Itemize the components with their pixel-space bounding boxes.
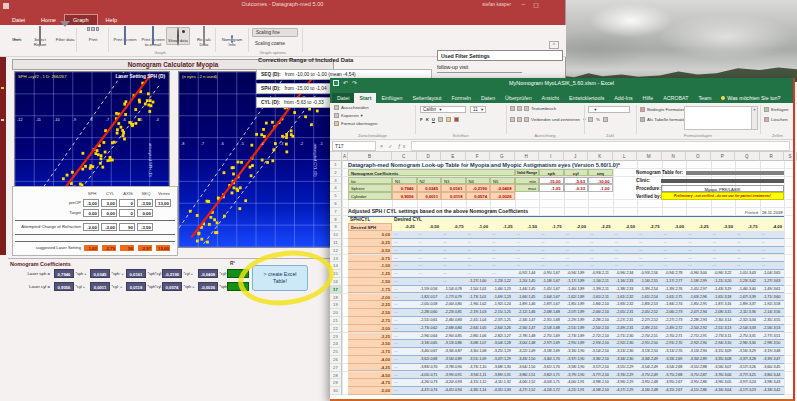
cylinder-coeff[interactable]: 0,9056 [392, 192, 417, 200]
lookup-cell[interactable]: --- [417, 247, 442, 255]
excel-tab-start[interactable]: Start [354, 93, 376, 103]
lookup-cell[interactable]: -2,60/-1,26 [490, 325, 515, 333]
lookup-row-sph[interactable]: -1,25 [348, 270, 392, 278]
lookup-cell[interactable]: -1,73/-1,01 [466, 294, 491, 302]
lookup-cell[interactable]: --- [417, 239, 442, 247]
lookup-cell[interactable]: -1,63/-2,96 [686, 294, 711, 302]
lookup-cell[interactable]: --- [515, 247, 540, 255]
lookup-cell[interactable]: -2,75/-3,31 [735, 333, 760, 341]
max-cell[interactable]: max [515, 184, 539, 192]
lookup-cell[interactable]: --- [466, 270, 491, 278]
lookup-cell[interactable]: -1,61/-2,54 [637, 294, 662, 302]
lookup-cell[interactable]: -2,54/-3,33 [735, 325, 760, 333]
lookup-cell[interactable]: -1,85/-2,95 [686, 301, 711, 309]
lookup-cell[interactable]: -3,76/-2,29 [613, 372, 638, 380]
lookup-cell[interactable]: --- [564, 262, 589, 270]
lookup-cell[interactable]: -2,73/-0,62 [417, 325, 442, 333]
cut-button[interactable]: Ausschneiden [334, 105, 369, 110]
dgm-tab-help[interactable]: Help [98, 15, 126, 25]
lookup-cell[interactable]: -2,94/-3,10 [711, 340, 736, 348]
lookup-cell[interactable]: -1,66/-1,45 [515, 294, 540, 302]
lookup-cell[interactable]: -2,82/-1,27 [490, 333, 515, 341]
max-seq[interactable]: -1,00 [588, 184, 613, 192]
lookup-cell[interactable]: --- [539, 247, 564, 255]
select-report-button[interactable]: Select Report [28, 27, 52, 47]
lookup-cell[interactable]: -1,27/-3,63 [760, 278, 785, 286]
lookup-cell[interactable]: --- [564, 239, 589, 247]
lookup-row-sph[interactable]: -0,50 [348, 247, 392, 255]
lookup-cell[interactable]: --- [466, 239, 491, 247]
verified-warning[interactable]: Preliminary - not verified - do not use … [661, 192, 784, 200]
lookup-cell[interactable]: --- [686, 239, 711, 247]
lookup-cell[interactable]: -3,40/-1,70 [539, 356, 564, 364]
lookup-cell[interactable]: -2,28/-0,60 [417, 309, 442, 317]
lookup-cell[interactable]: -1,69/-1,23 [490, 294, 515, 302]
column-header-E[interactable]: E [441, 152, 466, 161]
lookup-cell[interactable]: -0,93/-2,56 [637, 270, 662, 278]
lookup-cell[interactable]: -1,84/-2,10 [588, 301, 613, 309]
lookup-cell[interactable]: -3,25/-1,29 [490, 348, 515, 356]
coeff-col-n4[interactable]: N4 [466, 177, 491, 185]
lookup-cell[interactable]: --- [686, 231, 711, 239]
cyl-header-cell[interactable]: -0,75 [441, 223, 466, 231]
lookup-cell[interactable]: --- [539, 255, 564, 263]
lookup-cell[interactable]: --- [735, 255, 760, 263]
lookup-cell[interactable]: --- [711, 255, 736, 263]
lookup-cell[interactable]: --- [662, 262, 687, 270]
lookup-cell[interactable]: -2,56/-3,53 [760, 325, 785, 333]
lookup-cell[interactable]: -4,15/-1,12 [466, 379, 491, 387]
lookup-cell[interactable]: --- [588, 231, 613, 239]
lookup-cell[interactable]: --- [613, 255, 638, 263]
lookup-cell[interactable]: --- [711, 239, 736, 247]
lookup-cell[interactable]: -1,59/-0,56 [417, 286, 442, 294]
lookup-cell[interactable]: -3,77/-3,25 [735, 372, 760, 380]
lookup-row-sph[interactable]: -3,75 [348, 348, 392, 356]
lookup-cell[interactable]: -2,86/-1,06 [466, 333, 491, 341]
lookup-cell[interactable]: -2,27/-2,31 [613, 317, 638, 325]
cyl-header-cell[interactable]: -3,50 [711, 223, 736, 231]
coefficient-value[interactable]: -0,2190 [162, 269, 182, 278]
lookup-cell[interactable]: -2,91/-2,70 [662, 340, 687, 348]
row-header-12[interactable]: 12 [330, 247, 342, 255]
lookup-cell[interactable]: -2,71/-2,30 [613, 333, 638, 341]
lookup-cell[interactable]: -2,07/-2,94 [686, 309, 711, 317]
column-header-Q[interactable]: Q [735, 152, 760, 161]
lookup-cell[interactable]: -2,28/-2,93 [686, 317, 711, 325]
lookup-cell[interactable]: -1,39/-2,76 [662, 286, 687, 294]
excel-tab-hilfe[interactable]: Hilfe [638, 93, 659, 103]
lookup-cell[interactable]: -1,18/-1,67 [539, 278, 564, 286]
lookup-cell[interactable]: -3,94/-1,11 [466, 372, 491, 380]
nomogram-info-button[interactable]: iNomogram Info [218, 27, 246, 47]
lookup-cell[interactable]: -2,00/-0,80 [441, 301, 466, 309]
number-buttons[interactable]: % [588, 117, 608, 122]
lookup-cell[interactable]: -3,34/-0,87 [441, 348, 466, 356]
lookup-cell[interactable]: -1,21/-3,20 [711, 278, 736, 286]
lookup-row-sph[interactable]: -2,25 [348, 301, 392, 309]
lookup-cell[interactable]: -2,72/-2,10 [588, 333, 613, 341]
lookup-cell[interactable]: --- [711, 231, 736, 239]
cyl-header-cell[interactable]: -2,00 [564, 223, 589, 231]
lookup-cell[interactable]: --- [564, 255, 589, 263]
lookup-cell[interactable]: -4,47/-0,74 [417, 387, 442, 395]
lookup-cell[interactable]: -3,75/-2,49 [637, 372, 662, 380]
lookup-cell[interactable]: --- [490, 255, 515, 263]
lookup-cell[interactable]: -3,34/-2,30 [613, 356, 638, 364]
lookup-cell[interactable]: -1,44/-1,45 [515, 286, 540, 294]
lookup-cell[interactable]: -3,99/-0,91 [441, 372, 466, 380]
lookup-cell[interactable]: -3,56/-0,89 [441, 356, 466, 364]
column-header-G[interactable]: G [490, 152, 515, 161]
lookup-cell[interactable]: -3,60/-3,45 [760, 364, 785, 372]
lookup-cell[interactable]: --- [515, 231, 540, 239]
lookup-cell[interactable]: -2,12/-1,46 [515, 309, 540, 317]
lookup-cell[interactable]: -2,31/-1,68 [539, 317, 564, 325]
for-cell[interactable]: for [348, 177, 392, 185]
lookup-cell[interactable]: -2,35/-3,55 [760, 317, 785, 325]
lookup-cell[interactable]: -3,75/-2,87 [686, 372, 711, 380]
lookup-cell[interactable]: --- [392, 317, 417, 325]
lookup-cell[interactable]: -3,43/-1,50 [515, 356, 540, 364]
align-top-buttons[interactable]: Textumbruch [510, 106, 556, 111]
lookup-cell[interactable]: -0,96/-3,00 [686, 270, 711, 278]
lookup-cell[interactable]: --- [392, 301, 417, 309]
lookup-cell[interactable]: -3,79/-1,90 [564, 372, 589, 380]
lookup-cell[interactable]: -2,64/-1,05 [466, 325, 491, 333]
